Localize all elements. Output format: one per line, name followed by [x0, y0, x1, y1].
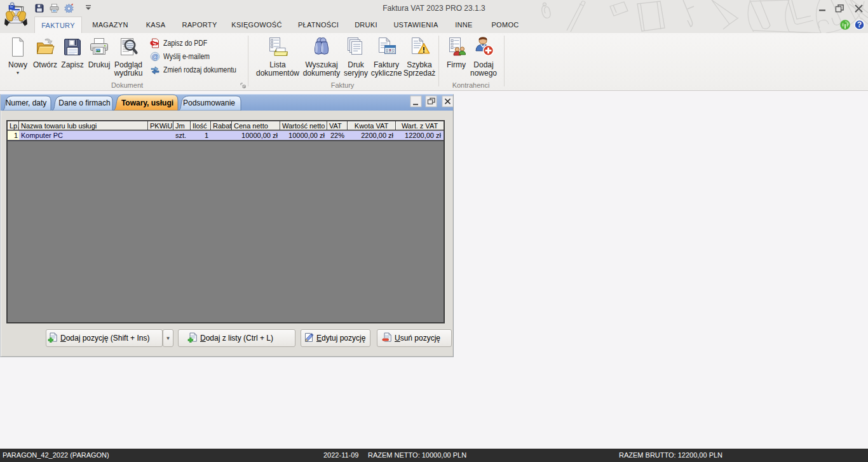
svg-text:Dane o firmach: Dane o firmach — [58, 99, 110, 107]
svg-text:?: ? — [857, 20, 862, 29]
svg-text:@: @ — [151, 53, 158, 60]
svg-text:Podsumowanie: Podsumowanie — [183, 99, 235, 107]
svg-text:Numer, daty: Numer, daty — [6, 99, 47, 107]
svg-text:Towary, usługi: Towary, usługi — [121, 99, 173, 107]
